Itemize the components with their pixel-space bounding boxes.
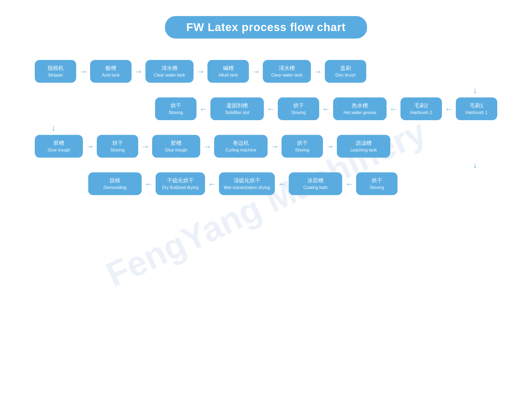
arrow-r3-1: → bbox=[86, 142, 94, 151]
arrow-r1-2: → bbox=[134, 67, 143, 76]
page-container: FengYang Machinery FW Latex process flow… bbox=[0, 0, 532, 406]
node-leaching-tank: 沥滤槽 Leaching tank bbox=[337, 135, 390, 158]
arrow-r2-1: ← bbox=[199, 105, 208, 113]
node-wet-vulcanization: 湿硫化烘干 Wet vulcanization drying bbox=[219, 172, 275, 195]
node-dry-fluidized: 干硫化烘干 Dry fluidized drying bbox=[156, 172, 205, 195]
arrow-r1-1: → bbox=[79, 67, 87, 76]
title-box: FW Latex process flow chart bbox=[165, 16, 367, 39]
flow-diagram: 脱模机 Stripper → 酸槽 Acid tank → 清水槽 Clear … bbox=[11, 55, 521, 203]
arrow-r1-3: → bbox=[196, 67, 205, 76]
node-hairbrush-2: 毛刷2 Hairbrush 2 bbox=[400, 97, 442, 120]
arrow-r2-3: ← bbox=[322, 105, 330, 113]
arrow-r4-3: ← bbox=[277, 180, 286, 188]
node-demoulding: 脱模 Demoulding bbox=[88, 172, 142, 195]
arrow-r4-2: ← bbox=[208, 180, 216, 188]
arrow-r2-5: ← bbox=[445, 105, 453, 113]
node-hairbrush-1: 毛刷1 Hairbrush 1 bbox=[456, 97, 497, 120]
row-3: 胶槽 Glue trough → 烘干 Stoving → 胶槽 Glue tr… bbox=[27, 135, 505, 158]
node-clear-water-2: 清水槽 Clear water tank bbox=[263, 60, 311, 83]
node-solidifier-slot: 凝固剂槽 Solidifier slot bbox=[210, 97, 264, 120]
node-stoving-2: 烘干 Stoving bbox=[278, 97, 319, 120]
node-stoving-5: 烘干 Stoving bbox=[356, 172, 398, 195]
node-stripper: 脱模机 Stripper bbox=[35, 60, 76, 83]
node-stoving-4: 烘干 Stoving bbox=[282, 135, 323, 158]
node-glue-trough-2: 胶槽 Glue trough bbox=[152, 135, 200, 158]
node-hot-water-groove: 热水槽 Hot water groove bbox=[333, 97, 387, 120]
arrow-down-3: ↓ bbox=[27, 160, 505, 170]
arrow-r3-3: → bbox=[203, 142, 211, 151]
node-acid-tank: 酸槽 Acid tank bbox=[90, 60, 132, 83]
node-stoving-3: 烘干 Stoving bbox=[97, 135, 138, 158]
node-alkali-tank: 碱槽 Alkali tank bbox=[207, 60, 249, 83]
arrow-r4-4: ← bbox=[345, 180, 353, 188]
arrow-r3-4: → bbox=[270, 142, 279, 151]
row-2: 烘干 Stoving ← 凝固剂槽 Solidifier slot ← 烘干 S… bbox=[27, 97, 505, 120]
node-glue-trough-1: 胶槽 Glue trough bbox=[35, 135, 83, 158]
arrow-r1-4: → bbox=[252, 67, 260, 76]
arrow-r3-5: → bbox=[326, 142, 334, 151]
node-stoving-1: 烘干 Stoving bbox=[155, 97, 196, 120]
node-disc-brush: 盘刷 Disc brush bbox=[325, 60, 366, 83]
node-curling-machine: 卷边机 Curling machine bbox=[214, 135, 268, 158]
node-coating-bath: 涂层槽 Coating bath bbox=[289, 172, 342, 195]
title-container: FW Latex process flow chart bbox=[11, 16, 521, 39]
node-clear-water-1: 清水槽 Clear water tank bbox=[145, 60, 194, 83]
arrow-r3-2: → bbox=[141, 142, 149, 151]
arrow-r4-1: ← bbox=[144, 180, 153, 188]
arrow-r2-4: ← bbox=[389, 105, 398, 113]
row-4: 脱模 Demoulding ← 干硫化烘干 Dry fluidized dryi… bbox=[27, 172, 505, 195]
arrow-r1-5: → bbox=[314, 67, 322, 76]
arrow-down-1: ↓ bbox=[27, 85, 505, 95]
arrow-r2-2: ← bbox=[267, 105, 275, 113]
content: FW Latex process flow chart 脱模机 Stripper… bbox=[11, 16, 521, 203]
page-title: FW Latex process flow chart bbox=[186, 21, 346, 33]
row-1: 脱模机 Stripper → 酸槽 Acid tank → 清水槽 Clear … bbox=[27, 60, 505, 83]
arrow-down-2: ↓ bbox=[27, 123, 505, 133]
